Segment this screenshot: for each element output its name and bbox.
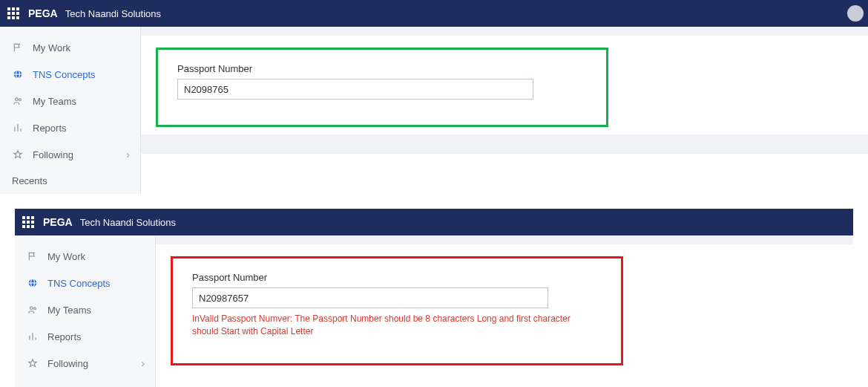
divider — [141, 134, 868, 154]
sidebar-item-my-work[interactable]: My Work — [15, 243, 155, 270]
sidebar-item-label: TNS Concepts — [33, 69, 96, 80]
passport-label: Passport Number — [192, 272, 602, 283]
screenshot-invalid: PEGA Tech Naandi Solutions My Work TNS C… — [15, 209, 853, 387]
sidebar-item-label: My Teams — [33, 96, 76, 107]
passport-input[interactable] — [192, 287, 548, 308]
sidebar-item-following[interactable]: Following › — [15, 350, 155, 377]
svg-point-2 — [16, 98, 19, 101]
app-name: Tech Naandi Solutions — [80, 217, 176, 228]
sidebar-item-label: Reports — [47, 331, 82, 342]
sidebar-item-my-teams[interactable]: My Teams — [15, 296, 155, 323]
svg-point-3 — [19, 99, 21, 101]
sidebar: My Work TNS Concepts My Teams Reports — [15, 235, 156, 387]
sidebar-item-reports[interactable]: Reports — [15, 323, 155, 350]
users-icon — [27, 304, 39, 316]
sidebar-item-following[interactable]: Following › — [0, 141, 140, 168]
passport-form-invalid: Passport Number InValid Passport Numver:… — [171, 256, 623, 365]
sidebar-item-label: TNS Concepts — [47, 278, 111, 289]
brand-label: PEGA — [43, 216, 73, 228]
divider — [141, 27, 868, 36]
flag-icon — [27, 250, 39, 262]
sidebar-item-tns-concepts[interactable]: TNS Concepts — [0, 61, 140, 88]
topbar: PEGA Tech Naandi Solutions — [15, 209, 853, 235]
flag-icon — [12, 42, 24, 53]
main-content: Passport Number InValid Passport Numver:… — [156, 235, 853, 387]
topbar: PEGA Tech Naandi Solutions — [0, 0, 868, 27]
star-icon — [27, 357, 39, 369]
passport-error-message: InValid Passport Numver: The Passport Nu… — [192, 313, 593, 338]
passport-input[interactable] — [177, 79, 533, 100]
sidebar-item-label: Following — [33, 149, 73, 160]
brand-label: PEGA — [28, 7, 58, 19]
recents-heading: Recents — [0, 168, 140, 186]
bar-chart-icon — [27, 331, 39, 342]
svg-point-7 — [33, 308, 36, 310]
apps-icon[interactable] — [7, 7, 19, 19]
screenshot-valid: PEGA Tech Naandi Solutions My Work TNS C… — [0, 0, 868, 194]
chevron-right-icon: › — [126, 149, 130, 160]
sidebar: My Work TNS Concepts My Teams Reports — [0, 27, 141, 194]
globe-icon — [27, 277, 39, 289]
sidebar-item-my-work[interactable]: My Work — [0, 34, 140, 61]
sidebar-item-tns-concepts[interactable]: TNS Concepts — [15, 270, 155, 296]
avatar[interactable] — [847, 5, 864, 22]
sidebar-item-my-teams[interactable]: My Teams — [0, 88, 140, 114]
chevron-right-icon: › — [141, 357, 145, 369]
apps-icon[interactable] — [22, 216, 34, 228]
app-name: Tech Naandi Solutions — [65, 8, 161, 19]
main-content: Passport Number — [141, 27, 868, 194]
sidebar-item-label: Reports — [33, 123, 67, 134]
star-icon — [12, 149, 24, 160]
sidebar-item-label: My Teams — [47, 305, 91, 316]
sidebar-item-label: My Work — [33, 42, 70, 53]
svg-point-6 — [30, 307, 33, 310]
bar-chart-icon — [12, 122, 24, 134]
sidebar-item-label: Following — [47, 358, 88, 369]
sidebar-item-label: My Work — [47, 251, 85, 262]
divider — [156, 235, 853, 244]
sidebar-item-reports[interactable]: Reports — [0, 114, 140, 141]
passport-label: Passport Number — [177, 63, 587, 74]
globe-icon — [12, 68, 24, 80]
passport-form-valid: Passport Number — [156, 48, 608, 127]
users-icon — [12, 95, 24, 107]
